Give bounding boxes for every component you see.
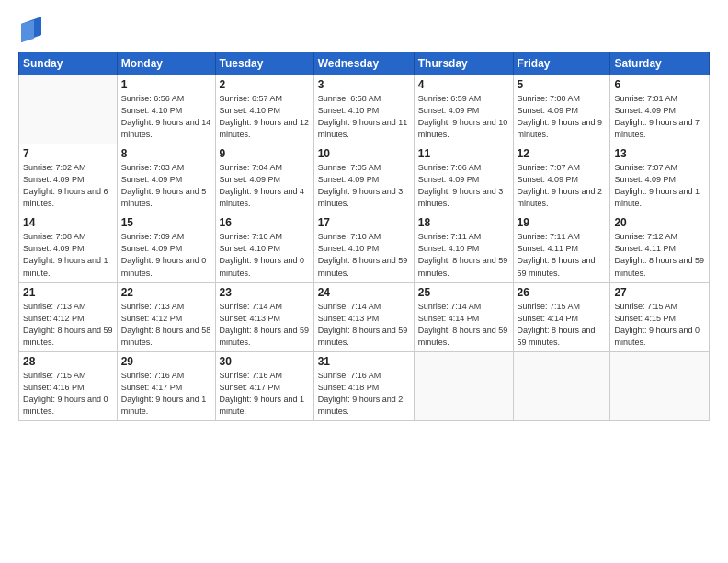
calendar-table: SundayMondayTuesdayWednesdayThursdayFrid… (18, 52, 710, 421)
day-number: 16 (220, 216, 310, 229)
day-info: Sunrise: 7:01 AMSunset: 4:09 PMDaylight:… (614, 93, 705, 141)
day-number: 22 (121, 286, 211, 299)
calendar-cell: 19Sunrise: 7:11 AMSunset: 4:11 PMDayligh… (513, 213, 610, 282)
day-info: Sunrise: 6:56 AMSunset: 4:10 PMDaylight:… (121, 93, 211, 141)
calendar-cell: 20Sunrise: 7:12 AMSunset: 4:11 PMDayligh… (610, 213, 710, 282)
calendar-cell: 11Sunrise: 7:06 AMSunset: 4:09 PMDayligh… (414, 144, 513, 213)
calendar-header-row: SundayMondayTuesdayWednesdayThursdayFrid… (19, 52, 710, 75)
day-number: 31 (318, 355, 410, 368)
day-info: Sunrise: 7:16 AMSunset: 4:17 PMDaylight:… (220, 370, 310, 418)
day-info: Sunrise: 7:11 AMSunset: 4:10 PMDaylight:… (418, 231, 509, 279)
day-info: Sunrise: 7:03 AMSunset: 4:09 PMDaylight:… (121, 162, 211, 210)
calendar-cell: 6Sunrise: 7:01 AMSunset: 4:09 PMDaylight… (610, 75, 710, 144)
calendar-cell: 30Sunrise: 7:16 AMSunset: 4:17 PMDayligh… (215, 351, 313, 420)
day-info: Sunrise: 7:14 AMSunset: 4:13 PMDaylight:… (318, 301, 410, 349)
day-info: Sunrise: 7:04 AMSunset: 4:09 PMDaylight:… (220, 162, 310, 210)
header-saturday: Saturday (610, 52, 710, 75)
day-info: Sunrise: 7:09 AMSunset: 4:09 PMDaylight:… (121, 231, 211, 279)
calendar-cell: 7Sunrise: 7:02 AMSunset: 4:09 PMDaylight… (19, 144, 118, 213)
calendar-cell: 3Sunrise: 6:58 AMSunset: 4:10 PMDaylight… (313, 75, 414, 144)
day-info: Sunrise: 7:07 AMSunset: 4:09 PMDaylight:… (614, 162, 705, 210)
day-info: Sunrise: 7:11 AMSunset: 4:11 PMDaylight:… (518, 231, 607, 279)
day-number: 25 (418, 286, 509, 299)
calendar-cell: 4Sunrise: 6:59 AMSunset: 4:09 PMDaylight… (414, 75, 513, 144)
day-number: 4 (418, 78, 509, 91)
day-number: 26 (518, 286, 607, 299)
calendar-cell: 26Sunrise: 7:15 AMSunset: 4:14 PMDayligh… (513, 282, 610, 351)
day-info: Sunrise: 7:02 AMSunset: 4:09 PMDaylight:… (23, 162, 113, 210)
day-info: Sunrise: 7:10 AMSunset: 4:10 PMDaylight:… (318, 231, 410, 279)
calendar-cell: 24Sunrise: 7:14 AMSunset: 4:13 PMDayligh… (313, 282, 414, 351)
calendar-cell: 28Sunrise: 7:15 AMSunset: 4:16 PMDayligh… (19, 351, 118, 420)
svg-marker-1 (21, 20, 34, 42)
day-info: Sunrise: 7:14 AMSunset: 4:13 PMDaylight:… (220, 301, 310, 349)
calendar-cell: 21Sunrise: 7:13 AMSunset: 4:12 PMDayligh… (19, 282, 118, 351)
day-info: Sunrise: 7:10 AMSunset: 4:10 PMDaylight:… (220, 231, 310, 279)
logo (18, 17, 41, 42)
day-info: Sunrise: 7:05 AMSunset: 4:09 PMDaylight:… (318, 162, 410, 210)
day-info: Sunrise: 7:15 AMSunset: 4:16 PMDaylight:… (23, 370, 113, 418)
day-number: 12 (518, 147, 607, 160)
day-number: 14 (23, 216, 113, 229)
day-info: Sunrise: 7:13 AMSunset: 4:12 PMDaylight:… (23, 301, 113, 349)
day-number: 10 (318, 147, 410, 160)
calendar-cell: 29Sunrise: 7:16 AMSunset: 4:17 PMDayligh… (117, 351, 215, 420)
day-info: Sunrise: 7:00 AMSunset: 4:09 PMDaylight:… (518, 93, 607, 141)
calendar-cell: 22Sunrise: 7:13 AMSunset: 4:12 PMDayligh… (117, 282, 215, 351)
day-number: 8 (121, 147, 211, 160)
week-row-1: 7Sunrise: 7:02 AMSunset: 4:09 PMDaylight… (19, 144, 710, 213)
week-row-2: 14Sunrise: 7:08 AMSunset: 4:09 PMDayligh… (19, 213, 710, 282)
calendar-cell: 5Sunrise: 7:00 AMSunset: 4:09 PMDaylight… (513, 75, 610, 144)
day-number: 18 (418, 216, 509, 229)
calendar-cell: 8Sunrise: 7:03 AMSunset: 4:09 PMDaylight… (117, 144, 215, 213)
day-info: Sunrise: 6:58 AMSunset: 4:10 PMDaylight:… (318, 93, 410, 141)
day-info: Sunrise: 6:57 AMSunset: 4:10 PMDaylight:… (220, 93, 310, 141)
day-info: Sunrise: 7:07 AMSunset: 4:09 PMDaylight:… (518, 162, 607, 210)
calendar-cell: 31Sunrise: 7:16 AMSunset: 4:18 PMDayligh… (313, 351, 414, 420)
calendar-cell: 17Sunrise: 7:10 AMSunset: 4:10 PMDayligh… (313, 213, 414, 282)
calendar-cell (414, 351, 513, 420)
header-monday: Monday (117, 52, 215, 75)
day-number: 11 (418, 147, 509, 160)
day-info: Sunrise: 7:14 AMSunset: 4:14 PMDaylight:… (418, 301, 509, 349)
day-info: Sunrise: 7:13 AMSunset: 4:12 PMDaylight:… (121, 301, 211, 349)
day-number: 6 (614, 78, 705, 91)
calendar-cell (19, 75, 118, 144)
day-number: 15 (121, 216, 211, 229)
calendar-cell: 25Sunrise: 7:14 AMSunset: 4:14 PMDayligh… (414, 282, 513, 351)
calendar-cell: 10Sunrise: 7:05 AMSunset: 4:09 PMDayligh… (313, 144, 414, 213)
week-row-3: 21Sunrise: 7:13 AMSunset: 4:12 PMDayligh… (19, 282, 710, 351)
week-row-0: 1Sunrise: 6:56 AMSunset: 4:10 PMDaylight… (19, 75, 710, 144)
calendar-cell: 15Sunrise: 7:09 AMSunset: 4:09 PMDayligh… (117, 213, 215, 282)
week-row-4: 28Sunrise: 7:15 AMSunset: 4:16 PMDayligh… (19, 351, 710, 420)
day-number: 20 (614, 216, 705, 229)
calendar-cell: 23Sunrise: 7:14 AMSunset: 4:13 PMDayligh… (215, 282, 313, 351)
day-number: 30 (220, 355, 310, 368)
header-wednesday: Wednesday (313, 52, 414, 75)
calendar-cell (610, 351, 710, 420)
day-info: Sunrise: 7:15 AMSunset: 4:15 PMDaylight:… (614, 301, 705, 349)
calendar-cell: 2Sunrise: 6:57 AMSunset: 4:10 PMDaylight… (215, 75, 313, 144)
calendar-cell: 1Sunrise: 6:56 AMSunset: 4:10 PMDaylight… (117, 75, 215, 144)
logo-icon (21, 17, 41, 42)
day-number: 19 (518, 216, 607, 229)
day-number: 9 (220, 147, 310, 160)
day-info: Sunrise: 7:16 AMSunset: 4:17 PMDaylight:… (121, 370, 211, 418)
calendar-cell: 9Sunrise: 7:04 AMSunset: 4:09 PMDaylight… (215, 144, 313, 213)
calendar-cell: 13Sunrise: 7:07 AMSunset: 4:09 PMDayligh… (610, 144, 710, 213)
header-tuesday: Tuesday (215, 52, 313, 75)
header (18, 17, 710, 42)
calendar-cell: 16Sunrise: 7:10 AMSunset: 4:10 PMDayligh… (215, 213, 313, 282)
day-number: 23 (220, 286, 310, 299)
day-info: Sunrise: 7:15 AMSunset: 4:14 PMDaylight:… (518, 301, 607, 349)
day-number: 27 (614, 286, 705, 299)
day-number: 7 (23, 147, 113, 160)
day-number: 13 (614, 147, 705, 160)
day-number: 1 (121, 78, 211, 91)
header-thursday: Thursday (414, 52, 513, 75)
header-sunday: Sunday (19, 52, 118, 75)
calendar-cell: 12Sunrise: 7:07 AMSunset: 4:09 PMDayligh… (513, 144, 610, 213)
day-info: Sunrise: 7:16 AMSunset: 4:18 PMDaylight:… (318, 370, 410, 418)
day-number: 3 (318, 78, 410, 91)
day-number: 28 (23, 355, 113, 368)
